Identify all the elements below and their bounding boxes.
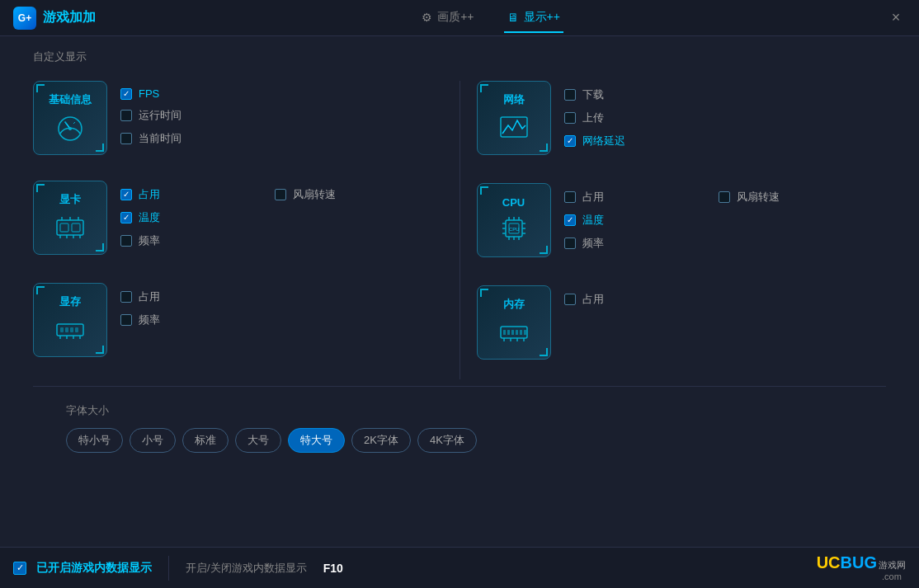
hotkey-value: F10: [323, 562, 343, 575]
checkbox-fps[interactable]: [120, 88, 132, 100]
tab-display[interactable]: 🖥 显示++: [504, 3, 563, 33]
checkbox-gpu-fan[interactable]: [275, 189, 286, 200]
panel-network: 网络 下载 上传: [477, 81, 887, 163]
option-net-latency: 网络延迟: [564, 134, 874, 148]
gpu-icon-box: 显卡: [33, 181, 107, 255]
vram-options: 占用 频率: [107, 283, 443, 342]
option-cpu-temp: 温度: [564, 213, 719, 228]
svg-rect-17: [511, 330, 514, 335]
option-currenttime: 当前时间: [120, 131, 430, 146]
checkbox-mem-usage[interactable]: [564, 294, 576, 305]
svg-rect-3: [60, 223, 68, 232]
svg-rect-19: [520, 330, 522, 335]
font-btn-md[interactable]: 标准: [182, 428, 229, 453]
label-runtime: 运行时间: [139, 108, 181, 123]
checkbox-cpu-usage[interactable]: [564, 191, 576, 203]
vram-icon-box: 显存: [33, 283, 107, 357]
svg-rect-18: [516, 330, 518, 335]
font-section: 字体大小 特小号 小号 标准 大号 特大号 2K字体 4K字体: [33, 403, 886, 453]
cpu-label: CPU: [502, 196, 525, 209]
section-title: 自定义显示: [33, 49, 886, 64]
checkbox-net-up[interactable]: [564, 112, 576, 124]
checkbox-cpu-freq[interactable]: [564, 238, 576, 249]
checkbox-gpu-usage[interactable]: [120, 189, 132, 200]
tab-bar: ⚙ 画质++ 🖥 显示++: [418, 3, 563, 33]
option-gpu-temp: 温度: [120, 210, 275, 225]
close-button[interactable]: ×: [886, 8, 906, 28]
label-vram-freq: 频率: [139, 313, 160, 327]
panels-right: 网络 下载 上传: [477, 81, 887, 379]
network-label: 网络: [503, 92, 525, 107]
tab-quality[interactable]: ⚙ 画质++: [418, 3, 477, 33]
label-net-latency: 网络延迟: [582, 134, 625, 148]
font-btn-xs[interactable]: 特小号: [66, 428, 123, 453]
panel-vram: 显存 占用: [33, 283, 443, 357]
quality-icon: ⚙: [422, 11, 432, 24]
svg-rect-20: [524, 330, 526, 335]
checkbox-net-latency[interactable]: [564, 135, 576, 147]
font-btn-2k[interactable]: 2K字体: [351, 428, 411, 453]
checkbox-cpu-fan[interactable]: [719, 191, 730, 203]
font-btn-4k[interactable]: 4K字体: [417, 428, 477, 453]
panel-basic: 基础信息 FPS 运行时: [33, 81, 443, 161]
vram-icon: [54, 313, 87, 346]
label-cpu-temp: 温度: [582, 213, 604, 228]
tab-quality-label: 画质++: [437, 10, 474, 25]
option-cpu-fan: 风扇转速: [719, 190, 873, 205]
label-cpu-fan: 风扇转速: [737, 190, 780, 205]
label-net-down: 下载: [582, 87, 604, 102]
uc-text: UC: [817, 553, 841, 572]
font-btn-lg[interactable]: 大号: [235, 428, 281, 453]
checkbox-cpu-temp[interactable]: [564, 214, 576, 226]
display-icon: 🖥: [507, 11, 519, 24]
memory-icon-box: 内存: [477, 285, 551, 360]
status-enabled-checkbox[interactable]: [13, 562, 26, 575]
checkbox-vram-freq[interactable]: [120, 314, 132, 326]
title-left: G+ 游戏加加: [13, 7, 96, 30]
hotkey-label: 开启/关闭游戏内数据显示: [186, 561, 307, 576]
checkbox-net-down[interactable]: [564, 89, 576, 101]
cpu-options: 占用 风扇转速 温度 频率: [551, 183, 887, 266]
memory-options: 占用: [551, 285, 887, 322]
option-fps: FPS: [120, 87, 430, 100]
svg-point-1: [68, 127, 72, 130]
font-buttons: 特小号 小号 标准 大号 特大号 2K字体 4K字体: [66, 428, 853, 453]
option-gpu-fan: 风扇转速: [275, 187, 429, 202]
checkbox-gpu-freq[interactable]: [120, 235, 132, 247]
checkbox-currenttime[interactable]: [120, 133, 132, 144]
vram-label: 显存: [59, 294, 81, 309]
label-gpu-fan: 风扇转速: [293, 187, 336, 202]
network-icon-box: 网络: [477, 81, 551, 155]
label-currenttime: 当前时间: [139, 131, 181, 146]
basic-icon-box: 基础信息: [33, 81, 107, 155]
gpu-icon: [54, 210, 87, 243]
memory-label: 内存: [503, 297, 525, 312]
basic-options: FPS 运行时间 当前时间: [107, 81, 443, 161]
svg-rect-7: [65, 327, 68, 332]
panel-cpu: CPU CPU 占用: [477, 183, 887, 266]
label-gpu-usage: 占用: [139, 187, 160, 202]
font-btn-sm[interactable]: 小号: [130, 428, 176, 453]
memory-icon: [497, 315, 530, 348]
svg-rect-4: [72, 223, 80, 232]
app-logo: G+: [13, 7, 36, 30]
panels-container: 基础信息 FPS 运行时: [33, 81, 886, 379]
network-icon: [497, 111, 530, 143]
option-cpu-usage: 占用: [564, 190, 719, 205]
font-btn-xl[interactable]: 特大号: [288, 428, 345, 453]
checkbox-runtime[interactable]: [120, 110, 132, 121]
bug-text: BUG: [841, 553, 877, 572]
checkbox-vram-usage[interactable]: [120, 291, 132, 303]
checkbox-gpu-temp[interactable]: [120, 212, 132, 223]
option-runtime: 运行时间: [120, 108, 430, 123]
option-cpu-freq: 频率: [564, 236, 874, 251]
tab-display-label: 显示++: [524, 10, 560, 25]
panels-divider: [460, 81, 460, 379]
status-enabled-label: 已开启游戏内数据显示: [36, 561, 152, 576]
label-mem-usage: 占用: [582, 292, 604, 307]
cpu-icon: CPU: [497, 212, 530, 245]
main-content: 自定义显示 基础信息: [0, 36, 919, 547]
game-text: 游戏网: [879, 559, 906, 572]
label-gpu-freq: 频率: [139, 233, 160, 248]
font-section-title: 字体大小: [66, 403, 853, 418]
